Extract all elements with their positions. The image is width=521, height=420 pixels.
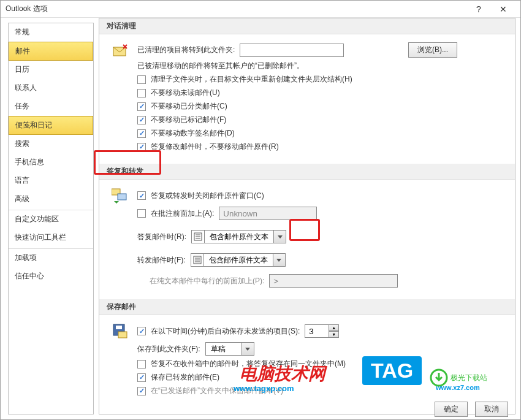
- nav-notes[interactable]: 便笺和日记: [9, 116, 93, 135]
- lbl-save-forwarded: 保存已转发的邮件(E): [151, 372, 219, 383]
- when-forward-value: 包含邮件原件文本: [204, 253, 273, 267]
- chevron-down-icon[interactable]: [273, 253, 286, 267]
- cb-save-forwarded[interactable]: [137, 373, 146, 382]
- when-reply-dropdown[interactable]: 包含邮件原件文本: [191, 230, 286, 243]
- help-button[interactable]: ?: [466, 1, 491, 18]
- lbl-recreate-hierarchy: 清理子文件夹时，在目标文件夹中重新创建文件夹层次结构(H): [151, 74, 352, 85]
- cb-signed[interactable]: [137, 129, 146, 138]
- nav-search[interactable]: 搜索: [9, 135, 93, 153]
- when-reply-value: 包含邮件原件文本: [205, 230, 274, 243]
- cleanup-folder-input[interactable]: [240, 44, 344, 57]
- nav-addins[interactable]: 加载项: [9, 248, 93, 267]
- browse-button[interactable]: 浏览(B)...: [408, 42, 457, 58]
- nav-advanced[interactable]: 高级: [9, 190, 93, 208]
- floppy-envelope-icon: [108, 323, 132, 339]
- autosave-minutes-spinbox[interactable]: ▲▼: [305, 324, 339, 338]
- svg-rect-14: [116, 326, 122, 329]
- cb-categorized[interactable]: [137, 102, 146, 111]
- spin-down[interactable]: ▼: [329, 331, 339, 338]
- nav-quick-access[interactable]: 快速访问工具栏: [9, 229, 93, 247]
- svg-rect-15: [118, 332, 127, 338]
- nav-language[interactable]: 语言: [9, 172, 93, 190]
- section-save-header: 保存邮件: [99, 299, 515, 315]
- cb-keep-sent-copy[interactable]: [137, 387, 146, 395]
- reply-forward-icon: [108, 188, 132, 204]
- nav-mobile[interactable]: 手机信息: [9, 153, 93, 172]
- autosave-minutes-input[interactable]: [305, 324, 329, 338]
- document-lines-icon: [191, 253, 204, 267]
- chevron-down-icon[interactable]: [274, 230, 286, 243]
- cb-prefix-comments[interactable]: [137, 209, 146, 218]
- nav-mail[interactable]: 邮件: [9, 42, 93, 61]
- lbl-reply-modified: 答复修改邮件时，不要移动邮件原件(R): [151, 142, 279, 152]
- cb-flagged[interactable]: [137, 116, 146, 124]
- envelope-delete-icon: [108, 44, 132, 57]
- svg-rect-4: [118, 194, 126, 200]
- chevron-down-icon[interactable]: [242, 342, 254, 356]
- cb-close-original[interactable]: [137, 191, 146, 200]
- lbl-flagged: 不要移动已标记邮件(F): [151, 115, 226, 125]
- options-scroll-pane[interactable]: 对话清理 已清理的项目将转到此文件夹: 浏览(B)... 已被清理移动的邮件将转…: [99, 18, 515, 414]
- cb-recreate-hierarchy[interactable]: [137, 75, 146, 84]
- lbl-save-same-folder: 答复不在收件箱中的邮件时，将答复保存在同一文件夹中(M): [151, 359, 346, 369]
- prefix-comments-input: [219, 207, 317, 220]
- when-reply-label: 答复邮件时(R):: [137, 232, 186, 242]
- cleanup-note: 已被清理移动的邮件将转至其帐户的“已删除邮件”。: [137, 61, 304, 71]
- options-sidebar: 常规 邮件 日历 联系人 任务 便笺和日记 搜索 手机信息 语言 高级 自定义功…: [8, 23, 94, 414]
- titlebar: Outlook 选项 ? ✕: [1, 1, 520, 18]
- when-forward-dropdown[interactable]: 包含邮件原件文本: [191, 253, 286, 267]
- cleanup-moved-label: 已清理的项目将转到此文件夹:: [137, 45, 235, 55]
- nav-tasks[interactable]: 任务: [9, 97, 93, 116]
- nav-general[interactable]: 常规: [9, 23, 93, 42]
- cancel-button[interactable]: 取消: [475, 402, 508, 417]
- cb-unread[interactable]: [137, 89, 146, 97]
- nav-calendar[interactable]: 日历: [9, 61, 93, 79]
- ok-button[interactable]: 确定: [435, 402, 468, 417]
- when-forward-label: 转发邮件时(F):: [137, 255, 186, 265]
- nav-contacts[interactable]: 联系人: [9, 79, 93, 97]
- nav-trust-center[interactable]: 信任中心: [9, 267, 93, 286]
- plain-prefix-label: 在纯文本邮件中每行的前面加上(P):: [150, 276, 264, 286]
- cb-save-same-folder[interactable]: [137, 360, 146, 368]
- lbl-keep-sent-copy: 在“已发送邮件”文件夹中保留邮件副本(V): [151, 386, 283, 396]
- document-lines-icon: [191, 230, 205, 243]
- spin-up[interactable]: ▲: [329, 324, 339, 331]
- lbl-signed: 不要移动数字签名邮件(D): [151, 128, 235, 139]
- cb-reply-modified[interactable]: [137, 143, 146, 151]
- nav-customize-ribbon[interactable]: 自定义功能区: [9, 210, 93, 229]
- download-site-icon: 极光下载站: [430, 368, 448, 389]
- cb-autosave[interactable]: [137, 327, 146, 335]
- window-title: Outlook 选项: [6, 4, 466, 14]
- plain-prefix-input: [269, 274, 398, 288]
- lbl-prefix-comments: 在批注前面加上(A):: [151, 208, 214, 219]
- save-folder-label: 保存到此文件夹(F):: [137, 344, 200, 354]
- lbl-categorized: 不要移动已分类邮件(C): [151, 101, 227, 112]
- lbl-autosave: 在以下时间(分钟)后自动保存未发送的项目(S):: [151, 326, 300, 337]
- save-folder-dropdown[interactable]: 草稿: [205, 342, 254, 356]
- save-folder-value: 草稿: [205, 342, 242, 356]
- section-cleanup-header: 对话清理: [99, 18, 515, 34]
- close-button[interactable]: ✕: [491, 1, 515, 18]
- lbl-unread: 不要移动未读邮件(U): [151, 88, 220, 98]
- section-reply-header: 答复和转发: [99, 164, 515, 180]
- lbl-close-original: 答复或转发时关闭邮件原件窗口(C): [151, 191, 264, 201]
